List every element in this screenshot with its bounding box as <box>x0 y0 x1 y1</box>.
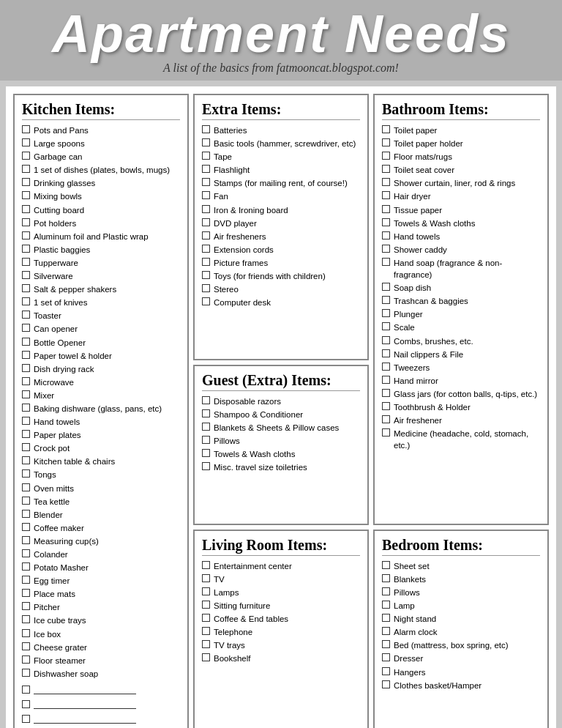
checkbox[interactable] <box>382 178 390 186</box>
checkbox[interactable] <box>22 497 30 505</box>
checkbox[interactable] <box>382 389 390 397</box>
checkbox[interactable] <box>382 363 390 371</box>
checkbox[interactable] <box>382 191 390 199</box>
checkbox[interactable] <box>202 423 210 431</box>
checkbox[interactable] <box>22 686 30 694</box>
checkbox[interactable] <box>202 218 210 226</box>
checkbox[interactable] <box>382 667 390 675</box>
checkbox[interactable] <box>382 283 390 291</box>
checkbox[interactable] <box>22 258 30 266</box>
checkbox[interactable] <box>202 396 210 404</box>
checkbox[interactable] <box>22 655 30 664</box>
checkbox[interactable] <box>22 483 30 491</box>
checkbox[interactable] <box>382 336 390 344</box>
checkbox[interactable] <box>22 430 30 438</box>
checkbox[interactable] <box>382 258 390 266</box>
checkbox[interactable] <box>22 456 30 464</box>
checkbox[interactable] <box>22 152 30 160</box>
checkbox[interactable] <box>22 311 30 319</box>
checkbox[interactable] <box>382 587 390 595</box>
checkbox[interactable] <box>22 271 30 279</box>
checkbox[interactable] <box>22 245 30 253</box>
checkbox[interactable] <box>202 601 210 609</box>
checkbox[interactable] <box>22 218 30 226</box>
checkbox[interactable] <box>202 297 210 305</box>
checkbox[interactable] <box>202 436 210 444</box>
checkbox[interactable] <box>22 165 30 173</box>
checkbox[interactable] <box>202 561 210 569</box>
checkbox[interactable] <box>22 364 30 372</box>
checkbox[interactable] <box>22 715 30 723</box>
checkbox[interactable] <box>202 205 210 213</box>
checkbox[interactable] <box>22 297 30 305</box>
checkbox[interactable] <box>202 627 210 635</box>
checkbox[interactable] <box>22 417 30 425</box>
checkbox[interactable] <box>202 231 210 239</box>
checkbox[interactable] <box>22 324 30 332</box>
checkbox[interactable] <box>202 191 210 199</box>
checkbox[interactable] <box>202 409 210 417</box>
checkbox[interactable] <box>382 415 390 423</box>
checkbox[interactable] <box>382 627 390 635</box>
checkbox[interactable] <box>22 562 30 571</box>
checkbox[interactable] <box>382 614 390 622</box>
checkbox[interactable] <box>202 284 210 292</box>
checkbox[interactable] <box>22 589 30 597</box>
checkbox[interactable] <box>202 178 210 186</box>
checkbox[interactable] <box>22 549 30 557</box>
checkbox[interactable] <box>22 284 30 292</box>
checkbox[interactable] <box>382 574 390 582</box>
checkbox[interactable] <box>22 669 30 677</box>
checkbox[interactable] <box>202 245 210 253</box>
checkbox[interactable] <box>22 205 30 213</box>
checkbox[interactable] <box>382 428 390 437</box>
checkbox[interactable] <box>22 443 30 451</box>
checkbox[interactable] <box>22 351 30 359</box>
checkbox[interactable] <box>202 152 210 160</box>
checkbox[interactable] <box>382 218 390 226</box>
checkbox[interactable] <box>202 258 210 266</box>
checkbox[interactable] <box>382 152 390 160</box>
checkbox[interactable] <box>202 462 210 470</box>
checkbox[interactable] <box>382 165 390 173</box>
checkbox[interactable] <box>202 574 210 582</box>
checkbox[interactable] <box>202 271 210 279</box>
checkbox[interactable] <box>382 138 390 146</box>
checkbox[interactable] <box>202 640 210 648</box>
checkbox[interactable] <box>202 165 210 173</box>
checkbox[interactable] <box>202 653 210 661</box>
checkbox[interactable] <box>382 653 390 661</box>
checkbox[interactable] <box>22 338 30 346</box>
checkbox[interactable] <box>22 510 30 518</box>
checkbox[interactable] <box>22 390 30 398</box>
checkbox[interactable] <box>202 125 210 133</box>
checkbox[interactable] <box>382 309 390 317</box>
checkbox[interactable] <box>22 138 30 146</box>
checkbox[interactable] <box>382 640 390 648</box>
checkbox[interactable] <box>202 138 210 146</box>
checkbox[interactable] <box>382 561 390 569</box>
checkbox[interactable] <box>382 245 390 253</box>
checkbox[interactable] <box>382 680 390 688</box>
checkbox[interactable] <box>202 449 210 457</box>
checkbox[interactable] <box>22 602 30 610</box>
checkbox[interactable] <box>22 178 30 186</box>
checkbox[interactable] <box>22 469 30 478</box>
checkbox[interactable] <box>202 587 210 595</box>
checkbox[interactable] <box>382 376 390 384</box>
checkbox[interactable] <box>382 349 390 357</box>
checkbox[interactable] <box>22 536 30 544</box>
checkbox[interactable] <box>22 377 30 385</box>
checkbox[interactable] <box>22 191 30 199</box>
checkbox[interactable] <box>382 205 390 213</box>
checkbox[interactable] <box>22 700 30 708</box>
checkbox[interactable] <box>22 642 30 650</box>
checkbox[interactable] <box>382 296 390 304</box>
checkbox[interactable] <box>22 523 30 531</box>
checkbox[interactable] <box>22 231 30 239</box>
checkbox[interactable] <box>382 125 390 133</box>
checkbox[interactable] <box>382 402 390 410</box>
checkbox[interactable] <box>22 629 30 637</box>
checkbox[interactable] <box>22 125 30 133</box>
checkbox[interactable] <box>382 322 390 330</box>
